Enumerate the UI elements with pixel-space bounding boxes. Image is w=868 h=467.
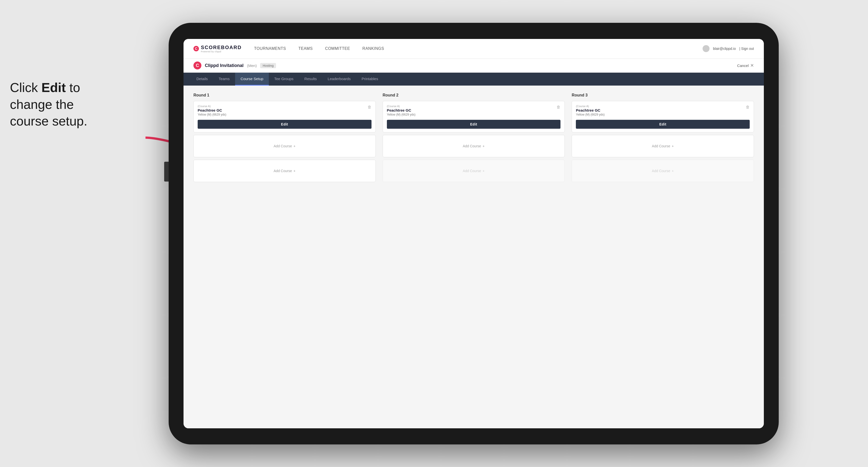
round-2-delete-icon[interactable]: 🗑 bbox=[556, 104, 561, 110]
sign-out-link[interactable]: | Sign out bbox=[739, 46, 754, 51]
round-1-course-card: 🗑 (Course A) Peachtree GC Yellow (M) (66… bbox=[193, 101, 376, 132]
tab-navigation: Details Teams Course Setup Tee Groups Re… bbox=[184, 73, 764, 86]
round-3-course-tag: (Course A) bbox=[576, 105, 750, 107]
tab-results[interactable]: Results bbox=[299, 73, 322, 86]
cancel-label: Cancel bbox=[737, 63, 749, 68]
round-1-add-course-1-label: Add Course+ bbox=[274, 144, 296, 148]
user-email: blair@clippd.io bbox=[713, 46, 736, 51]
tab-details[interactable]: Details bbox=[191, 73, 213, 86]
round-3-course-card: 🗑 (Course A) Peachtree GC Yellow (M) (66… bbox=[571, 101, 754, 132]
nav-committee[interactable]: COMMITTEE bbox=[325, 46, 350, 51]
round-1-delete-icon[interactable]: 🗑 bbox=[367, 104, 372, 110]
add-plus-icon-4: + bbox=[483, 169, 485, 173]
round-2-add-course-2-label: Add Course+ bbox=[463, 169, 485, 173]
sub-header: C Clippd Invitational (Men) Hosting Canc… bbox=[184, 59, 764, 73]
round-1-add-course-2-label: Add Course+ bbox=[274, 169, 296, 173]
round-3-add-course-2-label: Add Course+ bbox=[652, 169, 674, 173]
tab-leaderboards[interactable]: Leaderboards bbox=[322, 73, 356, 86]
tab-printables[interactable]: Printables bbox=[356, 73, 384, 86]
nav-right: blair@clippd.io | Sign out bbox=[703, 45, 754, 52]
round-1-add-course-2[interactable]: Add Course+ bbox=[193, 160, 376, 182]
add-plus-icon-6: + bbox=[672, 169, 674, 173]
tournament-info: C Clippd Invitational (Men) Hosting bbox=[193, 62, 276, 69]
tab-course-setup[interactable]: Course Setup bbox=[235, 73, 269, 86]
cancel-x-icon: ✕ bbox=[750, 63, 754, 68]
add-plus-icon-1: + bbox=[293, 144, 296, 148]
bold-edit: Edit bbox=[41, 80, 66, 95]
round-3-add-course-1[interactable]: Add Course+ bbox=[571, 135, 754, 157]
round-2-course-card: 🗑 (Course A) Peachtree GC Yellow (M) (66… bbox=[383, 101, 565, 132]
tournament-name: Clippd Invitational bbox=[205, 63, 244, 68]
round-3-course-name: Peachtree GC bbox=[576, 108, 750, 112]
rounds-grid: Round 1 🗑 (Course A) Peachtree GC Yellow… bbox=[193, 93, 754, 185]
round-2-add-course-1-label: Add Course+ bbox=[463, 144, 485, 148]
round-1-column: Round 1 🗑 (Course A) Peachtree GC Yellow… bbox=[193, 93, 376, 185]
round-2-label: Round 2 bbox=[383, 93, 565, 97]
add-plus-icon-2: + bbox=[293, 169, 296, 173]
hosting-badge: Hosting bbox=[260, 63, 276, 68]
round-3-delete-icon[interactable]: 🗑 bbox=[745, 104, 751, 110]
round-1-course-tag: (Course A) bbox=[198, 105, 372, 107]
instruction-text: Click Edit to change the course setup. bbox=[10, 80, 129, 130]
round-1-edit-button[interactable]: Edit bbox=[198, 120, 372, 129]
round-2-add-course-2: Add Course+ bbox=[383, 160, 565, 182]
tablet-screen: C SCOREBOARD Powered by clippd TOURNAMEN… bbox=[184, 39, 764, 428]
add-plus-icon-5: + bbox=[672, 144, 674, 148]
round-2-add-course-1[interactable]: Add Course+ bbox=[383, 135, 565, 157]
cancel-area[interactable]: Cancel ✕ bbox=[737, 63, 754, 68]
clippd-icon: C bbox=[193, 62, 202, 69]
round-2-course-tag: (Course A) bbox=[387, 105, 561, 107]
logo-title: SCOREBOARD bbox=[201, 44, 242, 50]
side-button bbox=[164, 162, 168, 182]
round-3-edit-button[interactable]: Edit bbox=[576, 120, 750, 129]
nav-links: TOURNAMENTS TEAMS COMMITTEE RANKINGS bbox=[254, 46, 703, 51]
tab-teams[interactable]: Teams bbox=[213, 73, 235, 86]
round-1-course-name: Peachtree GC bbox=[198, 108, 372, 112]
round-2-course-details: Yellow (M) (6629 yds) bbox=[387, 113, 561, 116]
tab-tee-groups[interactable]: Tee Groups bbox=[269, 73, 299, 86]
round-3-add-course-1-label: Add Course+ bbox=[652, 144, 674, 148]
tablet-device: C SCOREBOARD Powered by clippd TOURNAMEN… bbox=[168, 23, 779, 444]
add-plus-icon-3: + bbox=[483, 144, 485, 148]
round-3-column: Round 3 🗑 (Course A) Peachtree GC Yellow… bbox=[571, 93, 754, 185]
round-2-column: Round 2 🗑 (Course A) Peachtree GC Yellow… bbox=[383, 93, 565, 185]
nav-teams[interactable]: TEAMS bbox=[298, 46, 313, 51]
tournament-gender: (Men) bbox=[247, 63, 257, 68]
round-3-label: Round 3 bbox=[571, 93, 754, 97]
nav-tournaments[interactable]: TOURNAMENTS bbox=[254, 46, 286, 51]
logo-c-icon: C bbox=[193, 46, 199, 51]
round-1-label: Round 1 bbox=[193, 93, 376, 97]
round-3-add-course-2: Add Course+ bbox=[571, 160, 754, 182]
logo-subtitle: Powered by clippd bbox=[201, 50, 242, 53]
round-1-course-details: Yellow (M) (6629 yds) bbox=[198, 113, 372, 116]
main-content: Round 1 🗑 (Course A) Peachtree GC Yellow… bbox=[184, 86, 764, 428]
user-avatar bbox=[703, 45, 710, 52]
round-1-add-course-1[interactable]: Add Course+ bbox=[193, 135, 376, 157]
round-2-course-name: Peachtree GC bbox=[387, 108, 561, 112]
top-nav: C SCOREBOARD Powered by clippd TOURNAMEN… bbox=[184, 39, 764, 59]
round-2-edit-button[interactable]: Edit bbox=[387, 120, 561, 129]
round-3-course-details: Yellow (M) (6629 yds) bbox=[576, 113, 750, 116]
logo: C SCOREBOARD Powered by clippd bbox=[193, 44, 242, 53]
nav-rankings[interactable]: RANKINGS bbox=[362, 46, 384, 51]
